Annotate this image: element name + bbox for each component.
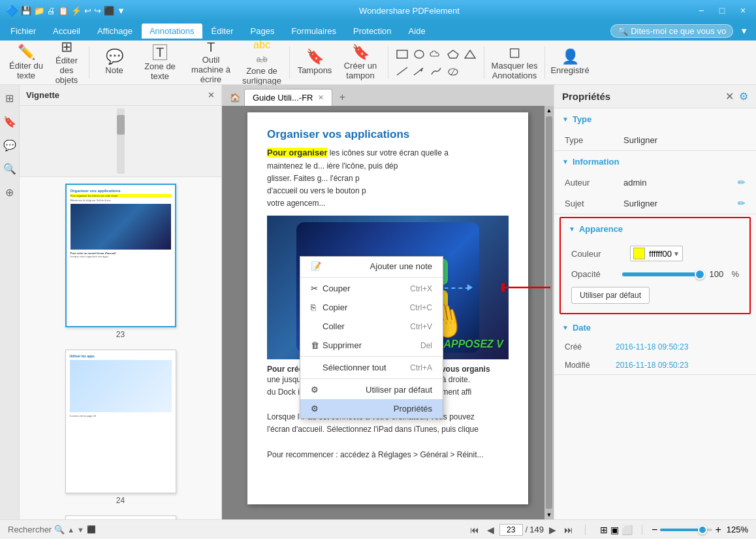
appearance-section-header[interactable]: ▼ Apparence [561,218,749,239]
left-panel-close[interactable]: ✕ [208,90,215,100]
toolbar-tampons[interactable]: 🔖 Tampons [294,44,336,82]
pdf-scrollbar[interactable]: ▲ ▼ [544,106,554,519]
thumbnail-25[interactable]: Paramètres Contenu de la page 25 25 [25,515,216,519]
tab-guide[interactable]: Guide Utili...-FR ✕ [244,89,332,106]
toolbar-masquer-annotations[interactable]: ◻ Masquer les Annotations [488,44,541,82]
search-up-icon[interactable]: ▲ [67,526,74,534]
ctx-couper-icon: ✂ [311,284,323,293]
author-edit-button[interactable]: ✏ [738,177,746,188]
page-input[interactable]: 23 [499,524,523,536]
polygon-tool[interactable] [446,47,460,61]
triangle-tool[interactable] [463,47,477,61]
ctx-coller[interactable]: Coller Ctrl+V [300,317,443,336]
opacity-slider-thumb[interactable] [695,269,705,280]
ctx-proprietes[interactable]: ⚙ Propriétés [300,399,443,418]
menu-accueil[interactable]: Accueil [45,24,88,39]
right-panel: Propriétés ✕ ⚙ ▼ Type Type Surligner ▼ I… [554,85,756,519]
appearance-section-title: Apparence [579,224,623,234]
menu-annotations[interactable]: Annotations [142,24,202,39]
scroll-up[interactable]: ▲ [544,106,554,115]
opacity-pct: % [731,269,739,279]
cloud-tool[interactable] [429,47,443,61]
menu-editer[interactable]: Éditer [204,24,242,39]
sidebar-icon-search[interactable]: 🔍 [2,161,18,176]
ctx-couper[interactable]: ✂ Couper Ctrl+X [300,279,443,298]
toolbar-machine-ecrire[interactable]: T Outil machine à écrire [185,44,237,82]
ctx-supprimer[interactable]: 🗑 Supprimer Del [300,336,443,355]
search-more-icon[interactable]: ⬛ [87,525,96,534]
toolbar-creer-tampon[interactable]: 🔖 Créer un tampon [337,44,384,82]
date-section-header[interactable]: ▼ Date [554,317,756,338]
menu-pages[interactable]: Pages [243,24,283,39]
nav-first-button[interactable]: ⏮ [467,523,482,536]
thumbnail-24[interactable]: Utiliser les apps Contenu de la page 24 … [25,350,216,505]
zoom-slider[interactable] [660,529,712,531]
toolbar-sep-5 [544,46,545,79]
menu-affichage[interactable]: Affichage [89,24,140,39]
menu-fichier[interactable]: Fichier [3,24,44,39]
eraser-tool[interactable] [446,64,460,78]
pencil-tool[interactable] [429,64,443,78]
ctx-utiliser-defaut[interactable]: ⚙ Utiliser par défaut [300,380,443,399]
toolbar-edit-objects[interactable]: ⊞ Éditer des objets [48,44,85,82]
menu-search[interactable]: 🔍 Dites-moi ce que vous vo [610,24,733,38]
fit-page-icon[interactable]: ▣ [610,525,619,535]
home-button[interactable]: 🏠 [227,89,243,106]
tab-label: Guide Utili...-FR [253,93,313,103]
opacity-row: Opacité 100 % [561,265,749,283]
menu-aide[interactable]: Aide [401,24,433,39]
sidebar-icon-bookmark[interactable]: 🔖 [2,114,18,129]
toolbar-edit-text[interactable]: ✏️ Éditer du texte [5,44,47,82]
nav-last-button[interactable]: ⏭ [561,523,576,536]
close-button[interactable]: × [735,4,751,17]
nav-next-button[interactable]: ▶ [546,523,559,536]
fit-width-icon[interactable]: ⬜ [622,525,633,535]
search-status-icon[interactable]: 🔍 [54,525,65,534]
toolbar-zone-surlignage[interactable]: abc a,b Zone de surlignage [238,44,285,82]
type-value: Surligner [623,135,746,145]
toolbar-note[interactable]: 💬 Note [93,44,135,82]
thumbnail-23[interactable]: Organiser vos applications Pour organise… [25,184,216,339]
toolbar-enregistre[interactable]: 👤 Enregistré [549,44,591,82]
ctx-ajouter-note[interactable]: 📝 Ajouter une note [300,257,443,276]
maximize-button[interactable]: □ [714,4,730,17]
ctx-copier[interactable]: ⎘ Copier Ctrl+C [300,298,443,317]
author-value: admin [623,178,735,188]
tab-close-button[interactable]: ✕ [318,93,324,102]
right-panel-gear-button[interactable]: ⚙ [739,90,748,103]
sidebar-icon-pages[interactable]: ⊞ [2,90,18,106]
date-arrow-icon: ▼ [562,324,569,331]
rectangle-tool[interactable] [395,47,409,61]
zoom-in-button[interactable]: + [715,524,721,536]
information-section-header[interactable]: ▼ Information [554,151,756,172]
thumbnail-view-icon[interactable]: ⊞ [600,525,608,535]
arrow-tool[interactable] [412,64,426,78]
zoom-out-button[interactable]: − [652,524,657,536]
subject-edit-button[interactable]: ✏ [738,198,746,208]
menu-protection[interactable]: Protection [345,24,400,39]
right-panel-close-button[interactable]: ✕ [725,90,734,103]
toolbar-zone-texte[interactable]: T Zone de texte [136,44,183,82]
scroll-down[interactable]: ▼ [544,510,554,519]
scroll-thumb[interactable] [546,116,552,509]
thumb-label-23: 23 [116,330,125,339]
search-down-icon[interactable]: ▼ [77,526,84,534]
tab-add-button[interactable]: + [334,89,351,106]
sidebar-icon-comment[interactable]: 💬 [2,137,18,153]
minimize-button[interactable]: − [693,4,709,17]
date-section: ▼ Date Créé 2016-11-18 09:50:23 Modifié … [554,317,756,375]
sidebar-icon-zoom[interactable]: ⊕ [2,184,18,200]
menu-expand-icon[interactable]: ▼ [740,26,748,36]
circle-tool[interactable] [412,47,426,61]
nav-prev-button[interactable]: ◀ [484,523,497,536]
ctx-selectionner-tout[interactable]: Sélectionner tout Ctrl+A [300,358,443,377]
line-tool[interactable] [395,64,409,78]
use-default-button[interactable]: Utiliser par défaut [571,287,650,304]
type-section-header[interactable]: ▼ Type [554,108,756,129]
left-panel-body: Organiser vos applications Pour organise… [20,177,221,519]
left-panel-title: Vignette [26,90,59,100]
menu-formulaires[interactable]: Formulaires [283,24,344,39]
color-dropdown[interactable]: ffffff00 ▼ [630,246,683,261]
svg-marker-2 [448,50,458,58]
opacity-slider[interactable] [622,272,701,276]
